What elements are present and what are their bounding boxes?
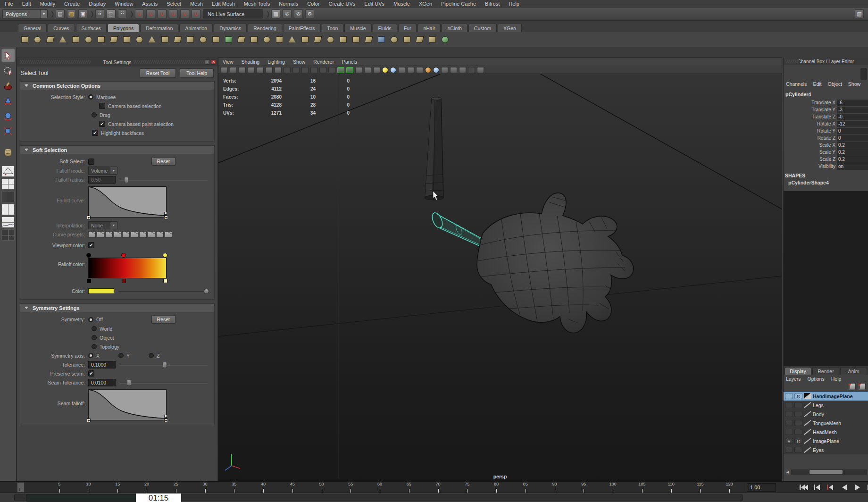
shelf-tab[interactable]: Curves <box>48 24 75 32</box>
lasso-tool-button[interactable] <box>1 64 15 77</box>
polygon-shelf-icon[interactable] <box>32 34 43 45</box>
new-layer-from-selected-icon[interactable] <box>858 383 866 389</box>
ramp-color-swatch[interactable] <box>88 288 114 294</box>
slider-handle[interactable] <box>163 362 167 368</box>
polygon-shelf-icon[interactable] <box>159 34 170 45</box>
layer-editor-menu-item[interactable]: Layers <box>786 376 801 382</box>
viewport-menu-item[interactable]: View <box>223 59 234 65</box>
curve-preset-button[interactable] <box>105 231 113 238</box>
menu-item[interactable]: Edit <box>22 1 31 7</box>
menu-item[interactable]: Display <box>89 1 106 7</box>
polygon-shelf-icon[interactable] <box>70 34 81 45</box>
polygon-shelf-icon[interactable] <box>388 34 400 45</box>
viewport-menu-item[interactable]: Shading <box>242 59 260 65</box>
layout-persp-graph-button[interactable] <box>1 217 15 228</box>
symmetry-world-radio[interactable] <box>92 326 97 331</box>
step-back-frame-button[interactable] <box>811 483 823 492</box>
preserve-seam-checkbox[interactable] <box>88 370 94 376</box>
menu-item[interactable]: Select <box>167 1 181 7</box>
dock-handle[interactable] <box>860 68 867 80</box>
highlight-backfaces-checkbox[interactable] <box>92 130 98 136</box>
layout-hypershade-button[interactable] <box>1 229 15 241</box>
viewport-toolbar-icon[interactable] <box>450 67 457 73</box>
shelf-tab[interactable]: General <box>18 24 47 32</box>
viewport-toolbar-icon[interactable] <box>425 67 431 73</box>
step-forward-key-button[interactable] <box>864 483 868 492</box>
viewport-toolbar-icon[interactable] <box>328 67 335 73</box>
soft-select-checkbox[interactable] <box>88 159 94 165</box>
viewport-toolbar-icon[interactable] <box>275 67 282 73</box>
menu-item[interactable]: Pipeline Cache <box>441 1 476 7</box>
layer-editor-menu-item[interactable]: Options <box>808 376 825 382</box>
symmetry-object-radio[interactable] <box>92 335 97 340</box>
viewport-toolbar-icon[interactable] <box>301 67 309 73</box>
layer-color-swatch[interactable] <box>804 429 811 435</box>
symmetry-topology-radio[interactable] <box>92 344 97 349</box>
polygon-shelf-icon[interactable] <box>134 34 145 45</box>
save-scene-icon[interactable]: ▣ <box>78 9 87 18</box>
layout-single-pane-button[interactable] <box>1 166 15 177</box>
viewport-toolbar-icon[interactable] <box>230 67 237 73</box>
shelf-tab[interactable]: Polygons <box>108 24 139 32</box>
symmetry-settings-header[interactable]: Symmetry Settings <box>20 304 214 312</box>
shelf-tab[interactable]: Fluids <box>373 24 397 32</box>
step-back-key-button[interactable] <box>825 483 836 492</box>
slider-handle[interactable] <box>124 177 128 183</box>
viewport-toolbar-icon[interactable] <box>398 67 405 73</box>
viewport-toolbar-icon[interactable] <box>390 67 396 73</box>
ramp-key-black[interactable] <box>87 279 91 283</box>
soft-selection-header[interactable]: Soft Selection <box>20 146 214 154</box>
shelf-tab[interactable]: Surfaces <box>76 24 107 32</box>
soft-selection-reset-button[interactable]: Reset <box>151 157 175 166</box>
shelf-tab[interactable]: Dynamics <box>214 24 247 32</box>
polygon-shelf-icon[interactable] <box>286 34 298 45</box>
channel-box-menu-item[interactable]: Channels <box>786 81 807 87</box>
layer-visibility-toggle[interactable] <box>785 393 793 399</box>
shelf-tab[interactable]: nCloth <box>442 24 467 32</box>
curve-end-handle[interactable]: ◆ <box>164 418 168 422</box>
reset-tool-button[interactable]: Reset Tool <box>140 68 176 78</box>
layer-renderable-toggle[interactable] <box>794 411 802 417</box>
polygon-shelf-icon[interactable] <box>401 34 412 45</box>
polygon-shelf-icon[interactable] <box>146 34 158 45</box>
viewport-toolbar-icon[interactable] <box>468 67 475 73</box>
viewport-toolbar-icon[interactable] <box>441 67 448 73</box>
select-tool-button[interactable] <box>1 49 15 62</box>
layer-scrollbar[interactable]: ◀ <box>785 469 867 475</box>
menu-item[interactable]: Normals <box>279 1 298 7</box>
layer-color-swatch[interactable] <box>804 420 811 426</box>
play-forwards-button[interactable] <box>852 483 863 492</box>
viewport-toolbar-icon[interactable] <box>346 67 353 73</box>
snap-grid-icon[interactable]: ∪ <box>135 9 144 18</box>
layer-row[interactable]: Body <box>784 410 868 418</box>
viewport-toolbar-icon[interactable] <box>319 67 326 73</box>
menu-item[interactable]: Assets <box>142 1 158 7</box>
viewport-toolbar-icon[interactable] <box>477 67 484 73</box>
separator-chevron[interactable]: ❭ <box>266 10 269 18</box>
selected-object-name[interactable]: pCylinder4 <box>784 92 868 97</box>
last-tool-button[interactable] <box>1 145 15 159</box>
layer-renderable-toggle[interactable] <box>794 429 802 435</box>
curve-preset-button[interactable] <box>156 231 164 238</box>
ramp-stop-red[interactable] <box>121 253 126 258</box>
rotate-tool-button[interactable] <box>1 109 15 123</box>
channel-box-menu-item[interactable]: Object <box>827 81 842 87</box>
shelf-tab[interactable]: Toon <box>322 24 344 32</box>
make-live-icon[interactable]: ∪ <box>192 9 200 18</box>
viewport-toolbar-icon[interactable] <box>266 67 273 73</box>
snap-curve-icon[interactable]: ∪ <box>146 9 155 18</box>
menu-set-dropdown[interactable]: Polygons ▼ <box>2 9 48 19</box>
layout-persp-outliner-button[interactable] <box>1 204 15 215</box>
range-slider[interactable] <box>0 493 868 502</box>
viewport-toolbar-icon[interactable] <box>248 67 255 73</box>
viewport-3d-area[interactable]: Verts: 2094 16 0 Edges: 4112 24 0 Faces:… <box>218 74 782 481</box>
axis-z-radio[interactable] <box>149 353 154 358</box>
falloff-radius-field[interactable]: 0.50 <box>88 176 116 184</box>
seam-tolerance-slider[interactable] <box>120 379 208 386</box>
menu-item[interactable]: Help <box>509 1 519 7</box>
shelf-tab[interactable]: Animation <box>179 24 213 32</box>
perspective-viewport[interactable]: ViewShadingLightingShowRendererPanels <box>218 58 782 481</box>
shelf-tab[interactable]: Deformation <box>140 24 178 32</box>
channel-box-menu-item[interactable]: Edit <box>813 81 821 87</box>
layer-color-swatch[interactable] <box>804 438 811 444</box>
